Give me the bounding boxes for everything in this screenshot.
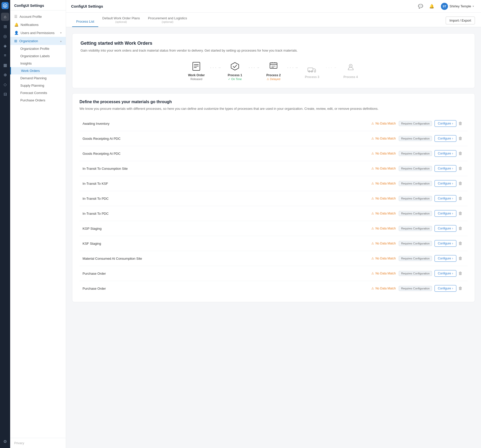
- requires-config-badge: Requires Configuration: [399, 286, 432, 291]
- no-data-match-badge: ⚠ No Data Match: [371, 152, 396, 155]
- process-name: In-Transit To KSF: [83, 182, 371, 186]
- avatar: ST: [441, 3, 448, 10]
- chevron-right-icon: ›: [452, 197, 453, 200]
- delete-button[interactable]: 🗑: [456, 120, 464, 127]
- notifications-bell-icon[interactable]: 🔔: [428, 2, 436, 10]
- content-area: Getting started with Work Orders Gain vi…: [66, 27, 481, 308]
- warning-icon: ⚠: [371, 287, 374, 290]
- configure-button[interactable]: Configure ›: [435, 135, 456, 142]
- rail-grid2-icon[interactable]: ⊟: [1, 90, 9, 98]
- chevron-right-icon: ›: [452, 182, 453, 185]
- table-row: KSF Staging ⚠ No Data Match Requires Con…: [79, 236, 468, 251]
- sidebar-item-org-labels[interactable]: Organization Labels: [10, 52, 66, 60]
- rail-home-icon[interactable]: ⌂: [1, 13, 9, 21]
- tab-default-work-order-plans[interactable]: Default Work Order Plans (optional): [98, 13, 144, 27]
- delete-button[interactable]: 🗑: [456, 195, 464, 202]
- process-name: KSF Staging: [83, 242, 371, 245]
- rail-list-icon[interactable]: ≡: [1, 51, 9, 59]
- sidebar-item-org-profile[interactable]: Organization Profile: [10, 45, 66, 52]
- warning-icon: ⚠: [371, 152, 374, 155]
- sidebar-item-users-permissions[interactable]: 👤 Users and Permissions ▾: [10, 29, 66, 37]
- privacy-link[interactable]: Privacy: [14, 441, 24, 445]
- sidebar-item-work-orders[interactable]: Work Orders: [10, 67, 66, 74]
- configure-button[interactable]: Configure ›: [435, 240, 456, 247]
- sidebar-item-organization[interactable]: ⊞ Organization ▴: [10, 37, 66, 45]
- rail-settings-icon[interactable]: ⚙: [1, 437, 9, 445]
- define-processes-section: Define the processes your materials go t…: [72, 93, 475, 302]
- org-profile-label: Organization Profile: [20, 47, 49, 51]
- rail-chart-icon[interactable]: ▦: [1, 61, 9, 69]
- process-list: Awaiting Inventory ⚠ No Data Match Requi…: [79, 116, 468, 296]
- configure-button[interactable]: Configure ›: [435, 210, 456, 217]
- delete-button[interactable]: 🗑: [456, 255, 464, 262]
- sidebar-item-purchase-orders[interactable]: Purchase Orders: [10, 97, 66, 104]
- configure-button[interactable]: Configure ›: [435, 285, 456, 292]
- sidebar-item-insights[interactable]: Insights: [10, 60, 66, 67]
- table-row: Goods Receipting At PDC ⚠ No Data Match …: [79, 146, 468, 161]
- work-orders-label: Work Orders: [21, 69, 40, 73]
- delete-button[interactable]: 🗑: [456, 180, 464, 187]
- import-export-button[interactable]: Import / Export: [446, 17, 475, 24]
- no-data-match-badge: ⚠ No Data Match: [371, 212, 396, 215]
- sidebar-item-notifications[interactable]: 🔔 Notifications: [10, 21, 66, 29]
- table-row: In-Transit To PDC ⚠ No Data Match Requir…: [79, 206, 468, 221]
- rail-globe-icon[interactable]: ◎: [1, 32, 9, 40]
- sidebar-nav: ☰ Account Profile 🔔 Notifications 👤 User…: [10, 10, 66, 438]
- user-name: Shirley Temple: [450, 4, 471, 8]
- sidebar-item-label: Account Profile: [20, 15, 42, 19]
- user-menu[interactable]: ST Shirley Temple ▾: [439, 2, 476, 11]
- delete-button[interactable]: 🗑: [456, 285, 464, 292]
- tabs-bar: Process List Default Work Order Plans (o…: [66, 13, 481, 27]
- delete-button[interactable]: 🗑: [456, 165, 464, 172]
- sidebar-title: ConfigUI Settings: [14, 4, 62, 8]
- sidebar-header: ConfigUI Settings: [10, 0, 66, 10]
- delete-button[interactable]: 🗑: [456, 150, 464, 157]
- define-section-description: We know you procure materials with diffe…: [79, 106, 468, 111]
- svg-point-15: [350, 65, 351, 66]
- warning-icon: ⚠: [371, 167, 374, 170]
- tab-procurement-logistics[interactable]: Procurement and Logistics (optional): [144, 13, 191, 27]
- requires-config-badge: Requires Configuration: [399, 241, 432, 246]
- process-name: KGP Staging: [83, 227, 371, 230]
- process-name: Awaiting Inventory: [83, 122, 371, 126]
- process-4-label: Process 4: [343, 75, 358, 79]
- sidebar-item-forecast-commits[interactable]: Forecast Commits: [10, 89, 66, 97]
- rail-layers-icon[interactable]: ⊕: [1, 71, 9, 79]
- configure-button[interactable]: Configure ›: [435, 165, 456, 172]
- configure-button[interactable]: Configure ›: [435, 225, 456, 232]
- warning-icon: ⚠: [371, 182, 374, 185]
- delete-button[interactable]: 🗑: [456, 135, 464, 142]
- no-data-match-badge: ⚠ No Data Match: [371, 122, 396, 125]
- chat-icon[interactable]: 💬: [416, 2, 425, 10]
- delete-button[interactable]: 🗑: [456, 225, 464, 232]
- sidebar-item-supply-planning[interactable]: Supply Planning: [10, 82, 66, 89]
- table-row: Purchase Order ⚠ No Data Match Requires …: [79, 266, 468, 281]
- chevron-up-icon: ▴: [60, 39, 62, 43]
- warning-icon: ⚠: [371, 227, 374, 230]
- requires-config-badge: Requires Configuration: [399, 271, 432, 276]
- rail-grid-icon[interactable]: ⊞: [1, 22, 9, 30]
- delete-button[interactable]: 🗑: [456, 240, 464, 247]
- delete-button[interactable]: 🗑: [456, 270, 464, 277]
- chevron-right-icon: ›: [452, 137, 453, 140]
- process-1-status: ✓ On Time: [228, 78, 242, 81]
- configure-button[interactable]: Configure ›: [435, 270, 456, 277]
- process-2-label: Process 2: [266, 73, 281, 77]
- configure-button[interactable]: Configure ›: [435, 255, 456, 262]
- requires-config-badge: Requires Configuration: [399, 211, 432, 216]
- delete-button[interactable]: 🗑: [456, 210, 464, 217]
- sidebar-item-account-profile[interactable]: ☰ Account Profile: [10, 12, 66, 21]
- configure-button[interactable]: Configure ›: [435, 195, 456, 202]
- configure-button[interactable]: Configure ›: [435, 180, 456, 187]
- rail-location-icon[interactable]: ◈: [1, 42, 9, 50]
- sidebar-item-demand-planning[interactable]: Demand Planning: [10, 74, 66, 82]
- configure-button[interactable]: Configure ›: [435, 150, 456, 157]
- configure-button[interactable]: Configure ›: [435, 120, 456, 127]
- rail-tag-icon[interactable]: ◇: [1, 80, 9, 88]
- org-labels-label: Organization Labels: [20, 54, 50, 58]
- supply-planning-label: Supply Planning: [20, 84, 44, 87]
- process-step-3: Process 3: [299, 62, 325, 79]
- tab-process-list[interactable]: Process List: [72, 16, 98, 27]
- tabs-action-area: Import / Export: [446, 14, 475, 27]
- app-logo[interactable]: [2, 2, 9, 9]
